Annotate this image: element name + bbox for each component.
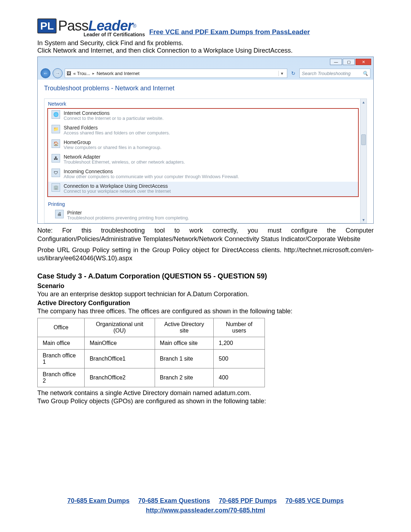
group-network: Network — [44, 99, 367, 108]
folder-icon: 🖼 — [66, 71, 71, 76]
minimize-button[interactable]: — — [330, 59, 342, 65]
item-printer[interactable]: 🖨 PrinterTroubleshoot problems preventin… — [44, 208, 367, 223]
scroll-thumb[interactable] — [361, 134, 366, 145]
titlebar: — ▢ ✕ — [38, 57, 373, 67]
search-input[interactable]: Search Troubleshooting 🔍 — [299, 69, 370, 78]
footer-link-dumps[interactable]: 70-685 Exam Dumps — [67, 497, 129, 504]
cell: Branch office 1 — [38, 349, 85, 368]
crumb-dropdown-icon[interactable]: ▾ — [278, 71, 285, 76]
th-users: Number of users — [214, 318, 265, 337]
cell: Branch 2 site — [155, 368, 214, 387]
scenario-paragraph: You are an enterprise desktop support te… — [37, 291, 374, 298]
cell: 500 — [214, 349, 265, 368]
item-desc: View computers or shared files in a home… — [64, 145, 161, 150]
note-paragraph-2: Probe URL Group Policy setting in the Gr… — [37, 246, 374, 263]
selection-highlight: 🌐 Internet ConnectionsConnect to the Int… — [47, 108, 359, 197]
item-title: Shared Folders — [64, 125, 170, 131]
item-desc: Troubleshoot problems preventing printin… — [67, 216, 189, 221]
offices-table: Office Organizational unit (OU) Active D… — [37, 318, 265, 387]
folder-share-icon: 📁 — [52, 125, 60, 133]
printer-icon: 🖨 — [55, 210, 64, 218]
logo-badge: PL — [37, 18, 57, 33]
scroll-up-icon[interactable]: ▲ — [361, 99, 367, 105]
footer-link-pdf[interactable]: 70-685 PDF Dumps — [219, 497, 277, 504]
cell: Branch 1 site — [155, 349, 214, 368]
th-site: Active Directory site — [155, 318, 214, 337]
footer-url[interactable]: http://www.passleader.com/70-685.html — [146, 507, 265, 514]
item-desc: Access shared files and folders on other… — [64, 131, 170, 136]
th-ou: Organizational unit (OU) — [85, 318, 155, 337]
cell: 400 — [214, 368, 265, 387]
footer: 70-685 Exam Dumps 70-685 Exam Questions … — [0, 497, 411, 514]
item-incoming-connections[interactable]: 🛡 Incoming ConnectionsAllow other comput… — [48, 167, 358, 182]
th-office: Office — [38, 318, 85, 337]
ad-config-paragraph: The company has three offices. The offic… — [37, 308, 374, 315]
homegroup-icon: 🏠 — [52, 139, 60, 148]
item-desc: Troubleshoot Ethernet, wireless, or othe… — [64, 160, 185, 165]
ad-config-heading: Active Directory Configuration — [37, 299, 374, 307]
nav-row: ← → 🖼 « Trou... ▸ Network and Internet ▾… — [38, 67, 373, 80]
logo: PL PassLeader® Leader of IT Certificatio… — [37, 18, 145, 37]
search-icon: 🔍 — [362, 71, 368, 76]
logo-tagline: Leader of IT Certifications — [84, 32, 145, 37]
item-title: Internet Connections — [64, 110, 164, 116]
after-table-2: Two Group Policy objects (GPOs) are conf… — [37, 398, 374, 405]
breadcrumb[interactable]: 🖼 « Trou... ▸ Network and Internet ▾ — [65, 69, 287, 78]
cell: Main office — [38, 337, 85, 349]
crumb-prefix: « Trou... — [73, 71, 90, 76]
table-header-row: Office Organizational unit (OU) Active D… — [38, 318, 265, 337]
item-shared-folders[interactable]: 📁 Shared FoldersAccess shared files and … — [48, 123, 358, 138]
search-placeholder: Search Troubleshooting — [302, 71, 351, 76]
cell: MainOffice — [85, 337, 155, 349]
item-homegroup[interactable]: 🏠 HomeGroupView computers or shared file… — [48, 138, 358, 153]
note-paragraph-1: Note: For this troubleshooting tool to w… — [37, 227, 374, 243]
case-study-heading: Case Study 3 - A.Datum Corporation (QUES… — [37, 272, 374, 280]
logo-reg: ® — [133, 23, 136, 29]
intro-line-1: In System and Security, click Find and f… — [37, 39, 374, 47]
close-button[interactable]: ✕ — [356, 59, 371, 65]
table-row: Branch office 1 BranchOffice1 Branch 1 s… — [38, 349, 265, 368]
item-desc: Connect to your workplace network over t… — [64, 189, 171, 194]
workplace-icon: 🏢 — [52, 183, 60, 192]
adapter-icon: 🖧 — [52, 154, 60, 163]
item-network-adapter[interactable]: 🖧 Network AdapterTroubleshoot Ethernet, … — [48, 153, 358, 167]
crumb-current: Network and Internet — [97, 71, 140, 76]
item-title: Connection to a Workplace Using DirectAc… — [64, 183, 171, 189]
footer-link-questions[interactable]: 70-685 Exam Questions — [138, 497, 210, 504]
page: PL PassLeader® Leader of IT Certificatio… — [0, 0, 411, 532]
crumb-sep: ▸ — [92, 71, 95, 76]
cell: BranchOffice1 — [85, 349, 155, 368]
cell: Main office site — [155, 337, 214, 349]
item-directaccess[interactable]: 🏢 Connection to a Workplace Using Direct… — [48, 182, 358, 196]
table-row: Main office MainOffice Main office site … — [38, 337, 265, 349]
item-title: Printer — [67, 210, 189, 216]
cell: 1,200 — [214, 337, 265, 349]
scroll-down-icon[interactable]: ▼ — [361, 217, 367, 223]
globe-icon: 🌐 — [52, 110, 60, 119]
header: PL PassLeader® Leader of IT Certificatio… — [37, 18, 374, 37]
item-internet-connections[interactable]: 🌐 Internet ConnectionsConnect to the Int… — [48, 109, 358, 123]
cell: Branch office 2 — [38, 368, 85, 387]
table-row: Branch office 2 BranchOffice2 Branch 2 s… — [38, 368, 265, 387]
after-table-1: The network contains a single Active Dir… — [37, 389, 374, 397]
scenario-heading: Scenario — [37, 282, 374, 290]
intro-line-2: Click Network and Internet, and then cli… — [37, 47, 374, 54]
window-body: Troubleshoot problems - Network and Inte… — [38, 80, 373, 223]
scrollbar[interactable]: ▲ ▼ — [360, 99, 367, 223]
item-title: Network Adapter — [64, 154, 185, 160]
item-title: Incoming Connections — [64, 169, 239, 174]
forward-button[interactable]: → — [53, 68, 63, 78]
back-button[interactable]: ← — [41, 68, 50, 78]
item-title: HomeGroup — [64, 139, 161, 145]
troubleshoot-panel: ▲ ▼ Network 🌐 Internet ConnectionsConnec… — [44, 99, 367, 223]
header-link[interactable]: Free VCE and PDF Exam Dumps from PassLea… — [149, 28, 310, 36]
firewall-icon: 🛡 — [52, 169, 60, 177]
footer-link-vce[interactable]: 70-685 VCE Dumps — [285, 497, 344, 504]
window-heading: Troubleshoot problems - Network and Inte… — [44, 85, 367, 92]
item-desc: Connect to the Internet or to a particul… — [64, 116, 164, 121]
item-desc: Allow other computers to communicate wit… — [64, 174, 239, 180]
windows-screenshot: — ▢ ✕ ← → 🖼 « Trou... ▸ Network and Inte… — [37, 57, 374, 224]
group-printing: Printing — [44, 199, 367, 208]
refresh-button[interactable]: ↻ — [289, 69, 297, 77]
maximize-button[interactable]: ▢ — [343, 59, 355, 65]
